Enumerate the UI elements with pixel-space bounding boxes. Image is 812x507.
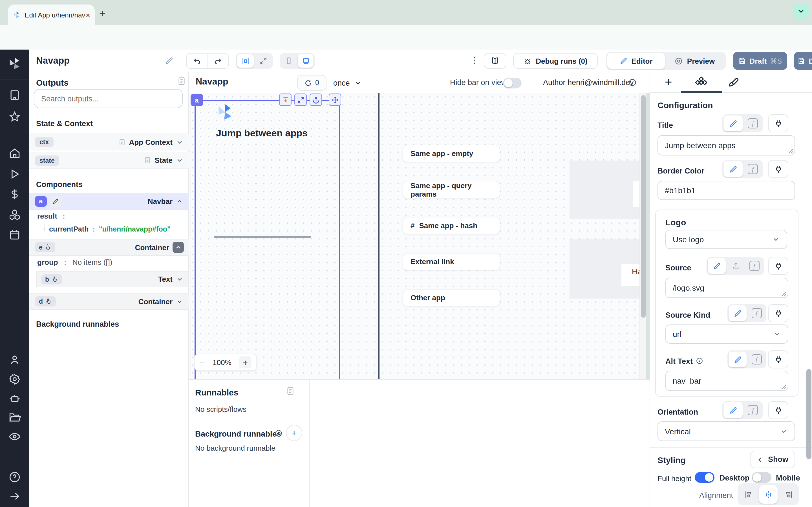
js-input-button[interactable]: f — [744, 115, 762, 131]
info-icon[interactable] — [274, 429, 283, 437]
static-input-button[interactable] — [723, 115, 743, 131]
canvas-scrollbar-thumb[interactable] — [641, 95, 646, 318]
info-icon[interactable] — [696, 357, 703, 364]
nav-button-other-app[interactable]: Other app — [403, 289, 500, 306]
redo-button[interactable] — [208, 54, 229, 68]
component-settings-tab[interactable] — [695, 76, 707, 89]
align-right-button[interactable] — [779, 485, 797, 504]
config-scrollbar-thumb[interactable] — [806, 369, 811, 459]
collapse-e-button[interactable] — [172, 242, 184, 253]
refresh-button[interactable]: 0 — [297, 75, 326, 91]
upload-input-button[interactable] — [727, 258, 744, 274]
zoom-out-button[interactable]: − — [200, 357, 205, 367]
runnables-doc-icon[interactable] — [286, 386, 295, 395]
windmill-logo[interactable] — [7, 56, 22, 71]
nav-button-same-app-empty[interactable]: Same app - empty — [403, 145, 500, 162]
schedules-icon[interactable] — [8, 229, 21, 241]
outputs-doc-icon[interactable] — [177, 76, 186, 86]
more-menu-icon[interactable] — [470, 56, 479, 65]
orientation-connect-button[interactable] — [768, 401, 788, 419]
js-input-button[interactable]: f — [746, 258, 763, 274]
static-input-button[interactable] — [723, 161, 743, 177]
insert-component-tab[interactable]: + — [665, 75, 672, 90]
static-input-button[interactable] — [708, 258, 726, 274]
nav-button-same-app-hash[interactable]: # Same app - hash — [403, 217, 500, 234]
favorites-star-icon[interactable] — [8, 110, 21, 123]
styling-show-button[interactable]: Show — [750, 451, 795, 468]
full-height-toggle[interactable] — [695, 472, 714, 483]
nav-button-external-link[interactable]: External link — [403, 253, 500, 270]
app-canvas[interactable]: a Jump between apps Same app - empty Sam… — [189, 93, 640, 379]
source-connect-button[interactable] — [768, 257, 788, 275]
static-input-button[interactable] — [728, 351, 747, 367]
nav-button-query-params[interactable]: Same app - query params — [403, 181, 500, 198]
audit-eye-icon[interactable] — [8, 431, 21, 443]
source-kind-connect-button[interactable] — [768, 304, 788, 322]
rename-pencil-icon[interactable] — [165, 56, 174, 65]
result-line[interactable]: result : — [37, 212, 65, 220]
search-outputs-input[interactable] — [34, 89, 183, 108]
query-params-container[interactable]: Query params {} — [569, 161, 640, 219]
output-row-state[interactable]: state State — [29, 152, 189, 169]
chevron-down-icon[interactable] — [176, 138, 183, 146]
component-row-e[interactable]: e Container — [29, 239, 189, 256]
expand-component-button[interactable] — [294, 94, 307, 106]
help-icon[interactable] — [8, 471, 21, 483]
runs-icon[interactable] — [8, 168, 21, 180]
undo-button[interactable] — [187, 54, 208, 68]
debug-runs-button[interactable]: Debug runs (0) — [513, 53, 598, 69]
js-input-button[interactable]: f — [748, 305, 765, 321]
workspace-icon[interactable] — [8, 89, 21, 101]
deploy-button[interactable]: Deploy — [794, 52, 812, 70]
insert-below-button[interactable] — [279, 94, 292, 106]
currentpath-line[interactable]: currentPath : "u/henri/navapp#foo" — [44, 224, 170, 234]
fullwidth-layout-button[interactable] — [255, 54, 272, 68]
desktop-mobile-toggle[interactable] — [752, 472, 771, 483]
mobile-view-button[interactable] — [281, 54, 297, 68]
source-kind-select[interactable]: url — [665, 325, 788, 344]
component-row-b[interactable]: b Text — [36, 271, 189, 287]
js-input-button[interactable]: f — [744, 161, 762, 177]
logo-select[interactable]: Use logo — [665, 230, 787, 249]
query-params-text-box[interactable]: Query params {} — [633, 181, 640, 207]
resize-grip-icon[interactable] — [788, 149, 794, 154]
settings-gear-icon[interactable] — [8, 373, 21, 385]
component-row-d[interactable]: d Container — [29, 293, 189, 310]
info-icon[interactable] — [628, 78, 637, 87]
chevron-up-icon[interactable] — [176, 198, 183, 205]
desktop-view-button[interactable] — [298, 54, 313, 68]
variables-icon[interactable] — [8, 188, 21, 201]
js-input-button[interactable]: f — [744, 402, 762, 418]
align-left-button[interactable] — [739, 485, 758, 504]
anchor-component-button[interactable] — [310, 94, 322, 106]
browser-tab[interactable]: Edit App u/henri/navapp | Win × — [8, 4, 95, 25]
resources-icon[interactable] — [8, 209, 21, 221]
chevron-down-icon[interactable] — [176, 157, 183, 164]
centered-layout-button[interactable] — [237, 54, 254, 68]
alt-text-input[interactable] — [665, 371, 788, 391]
tab-close-icon[interactable]: × — [86, 10, 90, 19]
output-row-ctx[interactable]: ctx App Context — [29, 133, 189, 151]
group-line[interactable]: group : No items ([]) — [37, 258, 112, 267]
edit-id-chip[interactable] — [50, 196, 61, 207]
border-color-input[interactable] — [658, 181, 795, 200]
tab-editor[interactable]: Editor — [607, 53, 665, 69]
js-input-button[interactable]: f — [748, 351, 765, 367]
folders-icon[interactable] — [8, 411, 21, 424]
align-center-button[interactable] — [759, 485, 777, 504]
source-input[interactable] — [665, 278, 788, 298]
users-icon[interactable] — [8, 354, 21, 366]
styling-brush-tab[interactable] — [728, 76, 740, 89]
new-tab-button[interactable]: + — [99, 7, 105, 20]
home-icon[interactable] — [8, 147, 21, 159]
tab-search-button[interactable] — [793, 3, 809, 18]
resize-grip-icon[interactable] — [781, 384, 786, 389]
resize-grip-icon[interactable] — [781, 291, 786, 296]
hash-text-box[interactable]: Hash: "f — [621, 264, 640, 286]
add-background-runnable-button[interactable]: + — [286, 425, 302, 441]
move-component-button[interactable] — [329, 94, 341, 106]
title-input[interactable] — [658, 135, 795, 156]
canvas-scrollbar[interactable] — [640, 93, 646, 379]
static-input-button[interactable] — [728, 305, 747, 321]
tab-preview[interactable]: Preview — [666, 53, 723, 69]
